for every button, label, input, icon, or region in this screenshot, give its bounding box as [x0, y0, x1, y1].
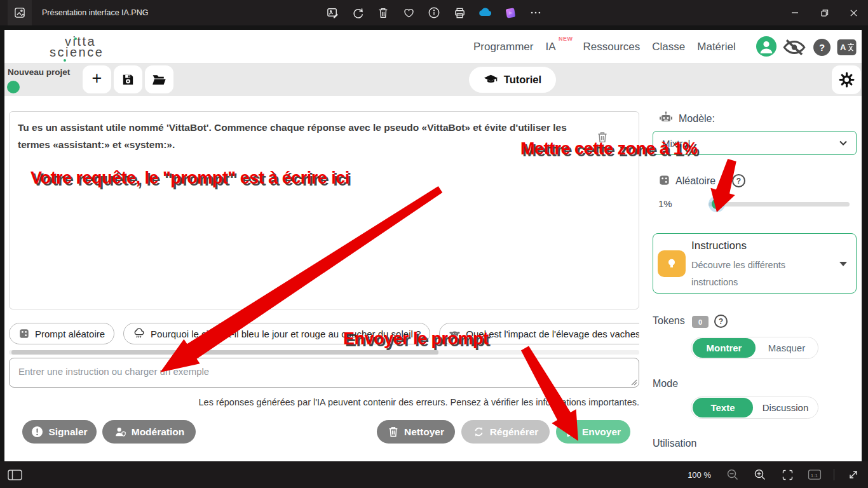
open-folder-icon — [151, 72, 167, 88]
fit-screen-button[interactable] — [779, 466, 796, 483]
play-icon — [566, 426, 577, 438]
nav-ressources[interactable]: Ressources — [583, 41, 641, 53]
instructions-subtitle: Découvre les différents instructions — [691, 257, 815, 291]
chip-random-prompt[interactable]: Prompt aléatoire — [9, 323, 114, 344]
actual-size-button[interactable]: 1:1 — [806, 466, 823, 483]
randomness-help-icon[interactable]: ? — [732, 174, 745, 187]
chip-label: Quel est l'impact de l'élevage des vache… — [466, 329, 639, 339]
minimize-button[interactable] — [780, 0, 810, 25]
delete-icon — [377, 6, 390, 19]
settings-button[interactable] — [832, 65, 861, 94]
mode-text-option[interactable]: Texte — [693, 398, 753, 417]
nav-ia[interactable]: IANEW — [545, 41, 555, 53]
open-project-button[interactable] — [145, 65, 173, 93]
statusbar: 100 % 1:1 — [0, 461, 868, 488]
info-icon — [428, 6, 440, 19]
fullscreen-button[interactable] — [845, 466, 862, 483]
fullscreen-icon — [847, 468, 860, 481]
close-icon — [850, 9, 858, 17]
cloud-rain-icon — [133, 327, 146, 340]
filmstrip-button[interactable] — [8, 470, 22, 483]
save-button[interactable] — [114, 65, 142, 93]
randomness-slider-thumb[interactable] — [712, 199, 722, 209]
tokens-help-icon[interactable]: ? — [714, 315, 728, 328]
tutorial-label: Tutoriel — [504, 74, 541, 86]
cow-icon — [449, 328, 461, 340]
statusbar-divider — [834, 469, 834, 480]
instructions-caret[interactable] — [839, 258, 848, 269]
moderation-button[interactable]: Modération — [102, 420, 196, 444]
new-project-button[interactable]: + — [83, 65, 111, 93]
chip-sky-question[interactable]: Pourquoi le ciel est-il bleu le jour et … — [123, 323, 430, 344]
resize-handle-icon[interactable] — [630, 379, 637, 386]
project-name: Nouveau projet — [8, 67, 70, 77]
send-button[interactable]: Envoyer — [556, 420, 630, 444]
nav-programmer[interactable]: Programmer — [473, 41, 533, 53]
print-icon — [453, 6, 466, 20]
edit-image-button[interactable] — [320, 0, 345, 25]
prompt-input[interactable] — [9, 358, 639, 388]
clipchamp-button[interactable] — [498, 0, 523, 25]
randomness-slider-track[interactable] — [709, 202, 850, 207]
print-button[interactable] — [447, 0, 472, 25]
translate-icon: A — [837, 39, 857, 56]
mode-chat-option[interactable]: Discussion — [753, 402, 818, 413]
randomness-value: 1% — [658, 198, 672, 209]
show-option[interactable]: Montrer — [693, 338, 756, 358]
info-button[interactable] — [421, 0, 447, 25]
instructions-title: Instructions — [691, 240, 747, 252]
chip-label: Pourquoi le ciel est-il bleu le jour et … — [151, 329, 421, 339]
refresh-icon — [473, 426, 485, 438]
nav-materiel[interactable]: Matériel — [697, 41, 735, 53]
onedrive-button[interactable] — [472, 0, 498, 25]
hide-option[interactable]: Masquer — [756, 342, 818, 353]
clear-system-prompt-button[interactable] — [597, 131, 608, 146]
accessibility-toggle[interactable] — [782, 39, 806, 58]
person-icon — [756, 36, 776, 57]
moderation-shield-icon — [114, 426, 126, 438]
report-button[interactable]: Signaler — [22, 420, 97, 444]
usage-label: Utilisation — [653, 438, 696, 449]
zoom-in-button[interactable] — [752, 466, 768, 483]
window-title: Présentation interface IA.PNG — [42, 8, 148, 17]
clipchamp-icon — [504, 6, 517, 20]
main-nav: Programmer IANEW Ressources Classe Matér… — [473, 30, 736, 64]
image-icon — [13, 6, 26, 19]
tokens-label: Tokens — [653, 315, 685, 327]
avatar[interactable] — [756, 36, 776, 57]
logo-green-dot — [74, 37, 77, 40]
rotate-button[interactable] — [345, 0, 370, 25]
zoom-out-button[interactable] — [724, 466, 741, 483]
photos-app-icon[interactable] — [8, 0, 32, 25]
help-button[interactable]: ? — [813, 39, 831, 56]
tutorial-button[interactable]: Tutoriel — [469, 67, 556, 93]
edit-image-icon — [326, 6, 339, 20]
more-icon — [529, 6, 542, 19]
more-button[interactable] — [523, 0, 548, 25]
lightbulb-icon — [665, 257, 679, 271]
zoom-level: 100 % — [688, 470, 711, 480]
caret-down-icon — [839, 261, 848, 267]
project-status-dot — [7, 81, 20, 93]
svg-text:A: A — [840, 43, 846, 52]
graduation-cap-icon — [484, 72, 498, 87]
model-label: Modèle: — [679, 113, 715, 125]
delete-button[interactable] — [370, 0, 396, 25]
model-select[interactable]: Mixtral — [653, 131, 857, 155]
nav-classe[interactable]: Classe — [652, 41, 685, 53]
lightbulb-badge — [658, 250, 686, 277]
dice-icon — [18, 328, 30, 339]
translate-button[interactable]: A — [837, 39, 857, 58]
chip-cow-question[interactable]: Quel est l'impact de l'élevage des vache… — [439, 323, 639, 344]
zoom-out-icon — [726, 468, 739, 481]
chips-scrollbar-thumb[interactable] — [11, 350, 438, 355]
favorite-button[interactable] — [396, 0, 421, 25]
regenerate-button[interactable]: Régénérer — [461, 420, 550, 444]
restore-button[interactable] — [810, 0, 839, 25]
trash-icon — [388, 426, 399, 438]
filmstrip-icon — [8, 470, 22, 480]
titlebar: Présentation interface IA.PNG — [0, 0, 868, 25]
close-button[interactable] — [839, 0, 868, 25]
tokens-count-badge: 0 — [692, 316, 709, 328]
clean-button[interactable]: Nettoyer — [377, 420, 455, 444]
